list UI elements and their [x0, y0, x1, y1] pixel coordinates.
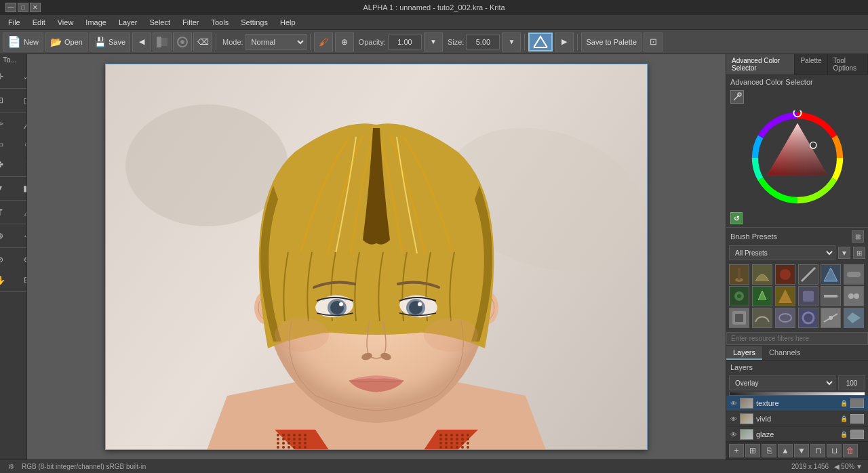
minimize-btn[interactable]: — [5, 3, 16, 12]
transform-tool-btn[interactable]: ⤢ [15, 67, 28, 86]
open-button[interactable]: 📂 Open [45, 33, 87, 52]
tab-palette[interactable]: Palette [795, 54, 827, 75]
text-tool-btn[interactable]: T [0, 203, 12, 222]
zoom-out-btn[interactable]: ◀ [834, 463, 840, 470]
layer-lock-texture[interactable]: 🔒 [840, 400, 848, 407]
save-to-palette-btn[interactable]: Save to Palette [581, 33, 642, 52]
color-picker-btn[interactable]: ⊘ [0, 250, 12, 269]
menu-layer[interactable]: Layer [113, 17, 143, 28]
brush-preset-4[interactable] [798, 264, 818, 285]
multibrush-tool-btn[interactable]: ✤ [0, 155, 12, 174]
opacity-down-btn[interactable]: ▼ [424, 33, 443, 52]
brush-preset-9[interactable] [775, 286, 795, 306]
main-canvas[interactable] [105, 64, 648, 450]
brush-preset-16[interactable] [798, 308, 818, 328]
menu-tools[interactable]: Tools [206, 17, 235, 28]
contiguous-select-btn[interactable]: ◫ [15, 91, 28, 110]
tab-tool-options[interactable]: Tool Options [828, 54, 868, 75]
brush-icon-1[interactable] [153, 33, 172, 52]
menu-select[interactable]: Select [144, 17, 176, 28]
layer-lock-vivid[interactable]: 🔒 [840, 415, 848, 422]
brush-preset-6[interactable] [844, 264, 864, 285]
save-button[interactable]: 💾 Save [90, 33, 130, 52]
opacity-input[interactable]: 1.00 [388, 35, 422, 49]
all-presets-dropdown[interactable]: All Presets [729, 245, 835, 260]
brush-preset-options-btn[interactable]: ▼ [838, 247, 850, 259]
tab-layers[interactable]: Layers [726, 346, 762, 360]
brush-size-visual-btn[interactable] [528, 33, 553, 52]
move-down-btn[interactable]: ▼ [794, 444, 809, 457]
maximize-btn[interactable]: □ [18, 3, 28, 12]
brush-preset-15[interactable] [775, 308, 795, 328]
brush-preset-18[interactable] [844, 308, 864, 328]
layer-visibility-texture[interactable]: 👁 [730, 400, 737, 407]
assistant-tool-btn[interactable]: ⊕ [0, 226, 12, 245]
fill-tool-btn[interactable]: ▼ [0, 179, 12, 198]
prev-brush-btn[interactable]: ◀ [132, 33, 151, 52]
zoom-in-btn[interactable]: ▼ [856, 463, 863, 470]
flatten-btn[interactable]: ⊔ [827, 444, 842, 457]
menu-filter[interactable]: Filter [177, 17, 204, 28]
brush-preset-10[interactable] [798, 286, 818, 306]
brush-presets-expand-btn[interactable]: ⊞ [852, 230, 864, 243]
canvas-area[interactable] [27, 54, 726, 459]
crop-tool-btn[interactable]: ⊡ [0, 91, 12, 110]
brush-preset-3[interactable] [775, 264, 795, 285]
brush-preset-13[interactable] [729, 308, 749, 328]
vector-tool-btn[interactable]: △ [15, 203, 28, 222]
eraser-btn[interactable]: ⌫ [193, 33, 212, 52]
brush-preset-11[interactable] [821, 286, 841, 306]
menu-image[interactable]: Image [80, 17, 112, 28]
reference-tool-btn[interactable]: ⊟ [15, 270, 28, 289]
menu-file[interactable]: File [3, 17, 26, 28]
ellipse-tool-btn[interactable]: ○ [15, 135, 28, 154]
menu-settings[interactable]: Settings [235, 17, 273, 28]
color-wheel-container[interactable] [726, 105, 868, 211]
layer-visibility-glaze[interactable]: 👁 [730, 431, 737, 438]
layer-lock-glaze[interactable]: 🔒 [840, 431, 848, 438]
line-tool-btn[interactable]: ╱ [15, 115, 28, 133]
size-input[interactable]: 5.00 [466, 35, 500, 49]
delete-layer-btn[interactable]: 🗑 [843, 444, 858, 457]
brush-preset-14[interactable] [752, 308, 772, 328]
size-down-btn[interactable]: ▼ [502, 33, 521, 52]
smudge-tool-btn[interactable]: ⌇ [15, 155, 28, 174]
new-button[interactable]: 📄 New [3, 33, 43, 52]
move-tool-btn[interactable]: ✛ [0, 67, 12, 86]
layer-opacity-input[interactable]: 100 [838, 375, 865, 390]
rectangle-tool-btn[interactable]: ▭ [0, 135, 12, 154]
brush-preset-12[interactable] [844, 286, 864, 306]
layer-texture[interactable]: 👁 texture 🔒 [726, 396, 868, 411]
tab-advanced-color-selector[interactable]: Advanced Color Selector [726, 54, 795, 75]
layer-visibility-vivid[interactable]: 👁 [730, 415, 737, 423]
brush-preset-17[interactable] [821, 308, 841, 328]
menu-edit[interactable]: Edit [27, 17, 51, 28]
add-layer-btn[interactable]: + [729, 444, 744, 457]
measure-tool-btn[interactable]: ↔ [15, 226, 28, 245]
close-btn[interactable]: ✕ [30, 3, 41, 12]
freehand-brush-btn[interactable]: ✏ [0, 115, 12, 133]
move-up-btn[interactable]: ▲ [778, 444, 793, 457]
gradient-tool-btn[interactable]: ◧ [15, 179, 28, 198]
brush-preset-5[interactable] [821, 264, 841, 285]
merge-layer-btn[interactable]: ⊓ [810, 444, 825, 457]
resource-filter-input[interactable] [726, 332, 868, 345]
pan-tool-btn[interactable]: ✋ [0, 270, 12, 289]
brush-preset-8[interactable] [752, 286, 772, 306]
mode-dropdown[interactable]: Normal [245, 34, 307, 50]
menu-view[interactable]: View [52, 17, 79, 28]
brush-preset-2[interactable] [752, 264, 772, 285]
eyedropper-btn[interactable] [730, 90, 744, 104]
brush-icon-2[interactable] [173, 33, 192, 52]
brush-preset-7[interactable] [729, 286, 749, 306]
brush-preset-1[interactable] [729, 264, 749, 285]
layer-vivid[interactable]: 👁 vivid 🔒 [726, 411, 868, 427]
color-wheel-svg[interactable] [750, 110, 845, 205]
tab-channels[interactable]: Channels [762, 346, 807, 360]
target-btn[interactable]: ⊕ [335, 33, 354, 52]
status-settings-btn[interactable]: ⚙ [5, 461, 16, 472]
palette-settings-btn[interactable]: ⊡ [644, 33, 663, 52]
menu-help[interactable]: Help [275, 17, 301, 28]
add-group-btn[interactable]: ⊞ [745, 444, 760, 457]
paint-mode-btn[interactable]: 🖌 [314, 33, 333, 52]
